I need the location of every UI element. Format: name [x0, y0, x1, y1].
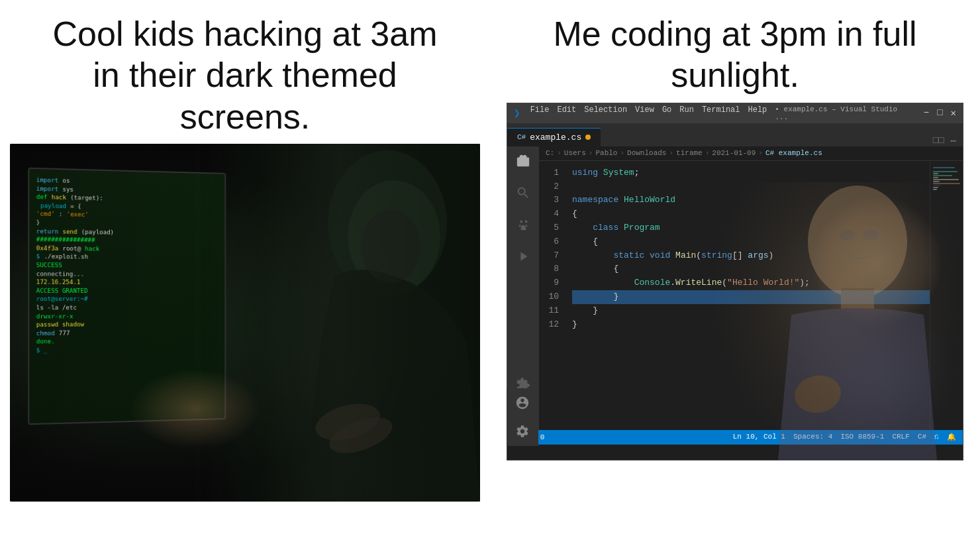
left-panel: Cool kids hacking at 3amin their dark th… [0, 0, 490, 540]
minimap [930, 161, 963, 430]
svg-point-2 [361, 210, 420, 283]
left-caption: Cool kids hacking at 3amin their dark th… [26, 0, 464, 144]
statusbar-sync-icon[interactable]: ⎌ [934, 433, 939, 441]
code-editor[interactable]: 1 2 3 4 5 6 7 8 9 10 11 [539, 161, 963, 430]
meme-container: Cool kids hacking at 3amin their dark th… [0, 0, 980, 540]
search-icon[interactable] [514, 184, 532, 202]
account-icon[interactable] [513, 394, 532, 412]
code-line-1: using System; [572, 166, 930, 180]
code-line-7: static void Main(string[] args) [572, 249, 930, 263]
split-editor-button[interactable]: □□ [933, 135, 944, 146]
file-type-icon: C# [517, 133, 526, 141]
editor-area: C: › Users › Pablo › Downloads › tirame … [539, 146, 963, 430]
more-actions-button[interactable]: ⋯ [951, 135, 956, 146]
settings-icon[interactable] [513, 422, 532, 441]
breadcrumb-tirame: tirame [676, 149, 703, 157]
unsaved-indicator [585, 135, 591, 140]
code-line-6: { [572, 235, 930, 249]
breadcrumb-drive: C: [546, 149, 554, 157]
activity-bar [507, 146, 539, 430]
code-line-2 [572, 180, 930, 194]
active-tab[interactable]: C# example.cs [507, 128, 601, 146]
run-debug-icon[interactable] [514, 247, 532, 266]
code-line-4: { [572, 207, 930, 221]
menu-terminal[interactable]: Terminal [702, 105, 740, 121]
code-content: using System; namespace HelloWorld { [565, 161, 930, 430]
code-line-11: } [572, 304, 930, 318]
breadcrumb-users: Users [564, 149, 586, 157]
vscode-logo: ❯ [514, 107, 520, 120]
menu-run[interactable]: Run [679, 105, 694, 121]
right-caption: Me coding at 3pm in fullsunlight. [526, 0, 943, 103]
menu-file[interactable]: File [530, 105, 550, 121]
code-line-12: } [572, 318, 930, 332]
tab-filename: example.cs [530, 133, 581, 142]
window-controls: − □ ✕ [924, 107, 956, 119]
statusbar-language[interactable]: C# [918, 433, 926, 441]
hacker-image: import os import sys def hack(target): p… [10, 144, 480, 502]
statusbar-bell-icon[interactable]: 🔔 [947, 433, 956, 441]
breadcrumb-pablo: Pablo [595, 149, 617, 157]
vscode-window: ❯ File Edit Selection View Go Run Termin… [507, 103, 963, 460]
line-numbers: 1 2 3 4 5 6 7 8 9 10 11 [539, 161, 565, 430]
menu-title: • example.cs – Visual Studio ... [775, 105, 913, 121]
menu-go[interactable]: Go [662, 105, 671, 121]
code-line-8: { [572, 262, 930, 276]
minimize-button[interactable]: − [924, 107, 929, 119]
source-control-icon[interactable] [514, 215, 532, 234]
right-panel: Me coding at 3pm in fullsunlight. ❯ File… [490, 0, 980, 540]
statusbar: ⊗ 0 △ 0 Ln 10, Col 1 Spaces: 4 ISO 8859-… [507, 430, 963, 445]
menu-view[interactable]: View [635, 105, 654, 121]
menu-edit[interactable]: Edit [557, 105, 576, 121]
statusbar-encoding[interactable]: ISO 8859-1 [840, 433, 884, 441]
menu-bar: File Edit Selection View Go Run Terminal… [530, 105, 914, 121]
menu-selection[interactable]: Selection [584, 105, 627, 121]
code-line-5: class Program [572, 221, 930, 235]
code-line-3: namespace HelloWorld [572, 193, 930, 207]
vscode-titlebar: ❯ File Edit Selection View Go Run Termin… [507, 103, 963, 123]
breadcrumb-downloads: Downloads [627, 149, 666, 157]
statusbar-position[interactable]: Ln 10, Col 1 [733, 433, 785, 441]
breadcrumb-date: 2021-01-09 [712, 149, 756, 157]
editor-body: C: › Users › Pablo › Downloads › tirame … [507, 146, 963, 430]
close-button[interactable]: ✕ [951, 107, 956, 119]
statusbar-line-endings[interactable]: CRLF [892, 433, 909, 441]
statusbar-spaces[interactable]: Spaces: 4 [793, 433, 832, 441]
code-line-10: } [572, 290, 930, 304]
editor-tabs: C# example.cs □□ ⋯ [507, 123, 963, 146]
explorer-icon[interactable] [514, 152, 532, 170]
maximize-button[interactable]: □ [937, 107, 942, 119]
breadcrumb-file: C# example.cs [765, 149, 822, 157]
breadcrumb: C: › Users › Pablo › Downloads › tirame … [539, 146, 963, 161]
code-line-9: Console.WriteLine("Hello World!"); [572, 276, 930, 290]
menu-help[interactable]: Help [748, 105, 767, 121]
